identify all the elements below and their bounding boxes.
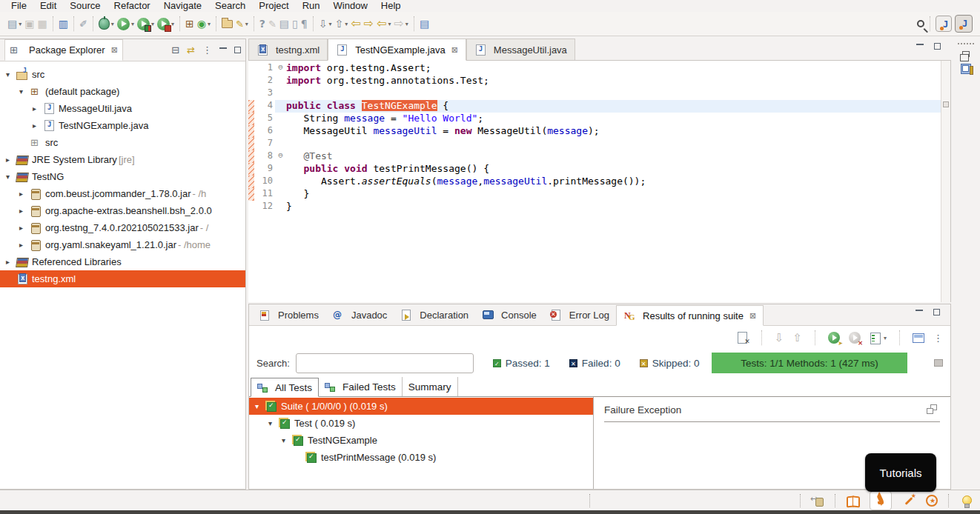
maximize-icon[interactable] [934, 43, 941, 50]
code-line-3[interactable]: 3 [248, 87, 950, 100]
next-annotation-button[interactable]: ⇩▾ [317, 15, 334, 33]
view-tab-declaration[interactable]: Declaration [394, 304, 475, 325]
java-perspective-button[interactable] [953, 15, 974, 33]
new-wizard-button[interactable]: ▤▾ [6, 15, 23, 33]
editor-tab-messageutil-java[interactable]: MessageUtil.java [466, 39, 575, 60]
editor-tab-testngexample-java[interactable]: TestNGExample.java⊠ [328, 39, 466, 61]
outline-view-icon[interactable] [961, 64, 971, 74]
community-icon[interactable] [926, 495, 938, 507]
menu-help[interactable]: Help [374, 0, 408, 11]
tutorials-button-icon[interactable] [870, 491, 892, 510]
layout-icon[interactable] [913, 333, 924, 343]
menu-project[interactable]: Project [252, 0, 295, 11]
close-view-icon[interactable]: ⊠ [111, 45, 118, 55]
code-line-11[interactable]: 11 } [248, 188, 950, 201]
result-item-suite-1-0-0-0-0-019-s[interactable]: ▾Suite ( 1/0/0/0 ) (0.019 s) [249, 398, 593, 415]
tree-item-org-apache-extras-beanshell-bsh-2-0-0[interactable]: ▸org.apache-extras.beanshell.bsh_2.0.0 [0, 202, 245, 219]
tree-item-jre-system-library[interactable]: ▸JRE System Library [jre] [0, 151, 245, 168]
subtab-all-tests[interactable]: All Tests [251, 378, 319, 397]
view-tab-error-log[interactable]: Error Log [543, 304, 616, 325]
menu-source[interactable]: Source [63, 0, 107, 11]
maximize-icon[interactable] [234, 47, 241, 53]
tree-item-testng-xml[interactable]: testng.xml [0, 270, 245, 287]
code-line-9[interactable]: 9 public void testPrintMessage() { [248, 163, 950, 176]
back-button[interactable]: ⇦▾ [375, 15, 392, 33]
expander-icon[interactable]: ▾ [6, 173, 16, 181]
external-tools-button[interactable]: ? [258, 15, 267, 33]
menu-navigate[interactable]: Navigate [157, 0, 208, 11]
menu-edit[interactable]: Edit [33, 0, 63, 11]
wizard-wand-icon[interactable] [902, 495, 916, 507]
view-tab-results-of-running-suite[interactable]: Results of running suite⊠ [616, 305, 764, 326]
code-line-10[interactable]: 10 Assert.assertEquals(message,messageUt… [248, 176, 950, 188]
search-input[interactable] [296, 353, 474, 373]
menu-window[interactable]: Window [327, 0, 374, 11]
tree-item-testngexample-java[interactable]: ▸TestNGExample.java [0, 117, 245, 134]
fold-marker[interactable]: ⊖ [275, 62, 286, 75]
minimize-icon[interactable] [219, 47, 227, 49]
forward-edit-button[interactable]: ⇨ [362, 15, 375, 33]
menu-file[interactable]: File [4, 0, 33, 11]
writable-mode-icon[interactable] [811, 495, 824, 507]
compare-icon[interactable] [927, 404, 937, 414]
expander-icon[interactable]: ▸ [33, 104, 43, 113]
prev-annotation-button[interactable]: ⇧▾ [333, 15, 349, 33]
tree-item-testng[interactable]: ▾TestNG [0, 168, 245, 185]
expander-icon[interactable]: ▸ [19, 190, 30, 198]
last-edit-location-button[interactable]: ▤ [418, 15, 431, 33]
open-perspective-button[interactable] [934, 15, 953, 33]
result-item-testprintmessage-0-019-s[interactable]: testPrintMessage (0.019 s) [249, 449, 593, 466]
code-line-7[interactable]: 7 [248, 138, 950, 150]
show-doc-button[interactable]: ▯ [291, 15, 299, 33]
tree-item-referenced-libraries[interactable]: ▸Referenced Libraries [0, 253, 245, 270]
documentation-icon[interactable] [846, 495, 859, 507]
layout-toggle-button[interactable] [934, 359, 943, 367]
tree-item-src[interactable]: src [0, 134, 245, 151]
link-with-editor-icon[interactable]: ⇄ [187, 44, 195, 56]
expander-icon[interactable]: ▸ [33, 121, 43, 130]
new-class-button[interactable]: ◉▾ [196, 15, 212, 33]
forward-button[interactable]: ⇨▾ [392, 15, 409, 33]
filter-button[interactable]: ▾ [870, 332, 887, 344]
clear-results-icon[interactable] [736, 332, 749, 344]
new-java-project-button[interactable]: ⊞ [184, 15, 196, 33]
tree-item-org-testng-7-4-0-r202105021533-jar[interactable]: ▸org.testng_7.4.0.r202105021533.jar - / [0, 219, 245, 236]
view-menu-icon[interactable]: ⋮ [202, 44, 212, 56]
show-console-button[interactable]: ▥ [57, 15, 70, 33]
tutorials-button[interactable]: Tutorials [865, 453, 936, 492]
expander-icon[interactable]: ▸ [19, 207, 30, 215]
expander-icon[interactable]: ▸ [6, 156, 16, 164]
expander-icon[interactable]: ▾ [255, 402, 265, 410]
highlight-button[interactable]: ✎▾ [234, 15, 250, 33]
next-failure-icon[interactable]: ⇩ [775, 331, 784, 344]
menu-refactor[interactable]: Refactor [107, 0, 157, 11]
code-editor[interactable]: 1⊖import org.testng.Assert;2import org.t… [248, 61, 951, 302]
minimize-icon[interactable] [916, 309, 923, 311]
tree-item-messageutil-java[interactable]: ▸MessageUtil.java [0, 100, 245, 117]
debug-button[interactable]: ▾ [97, 15, 116, 33]
minimize-icon[interactable] [916, 43, 924, 45]
rerun-test-icon[interactable] [828, 332, 840, 344]
profile-button[interactable]: ▾ [156, 15, 176, 33]
tree-item-org-yaml-snakeyaml-1-21-0-jar[interactable]: ▸org.yaml.snakeyaml_1.21.0.jar - /home [0, 236, 245, 253]
expander-icon[interactable]: ▾ [268, 419, 279, 427]
trim-grip[interactable] [958, 43, 974, 44]
expander-icon[interactable]: ▸ [6, 258, 16, 266]
editor-tab-testng-xml[interactable]: testng.xml [248, 39, 328, 60]
code-line-1[interactable]: 1⊖import org.testng.Assert; [248, 62, 950, 75]
expander-icon[interactable]: ▾ [282, 436, 292, 444]
view-tab-javadoc[interactable]: Javadoc [325, 304, 394, 325]
maximize-icon[interactable] [933, 309, 940, 316]
tips-lightbulb-icon[interactable] [959, 495, 973, 507]
expander-icon[interactable]: ▾ [6, 70, 16, 79]
result-item-test-0-019-s[interactable]: ▾Test ( 0.019 s) [249, 415, 593, 432]
fold-marker[interactable]: ⊖ [275, 150, 286, 163]
code-line-4[interactable]: 4public class TestNGExample { [248, 100, 950, 113]
code-line-2[interactable]: 2import org.testng.annotations.Test; [248, 75, 950, 87]
save-button[interactable]: ▣ [23, 15, 36, 33]
expander-icon[interactable]: ▾ [19, 87, 30, 96]
view-tab-problems[interactable]: Problems [252, 304, 325, 325]
coverage-button[interactable]: ▾ [136, 15, 156, 33]
overview-ruler[interactable] [941, 61, 950, 302]
save-all-button[interactable]: ▦ [36, 15, 48, 33]
